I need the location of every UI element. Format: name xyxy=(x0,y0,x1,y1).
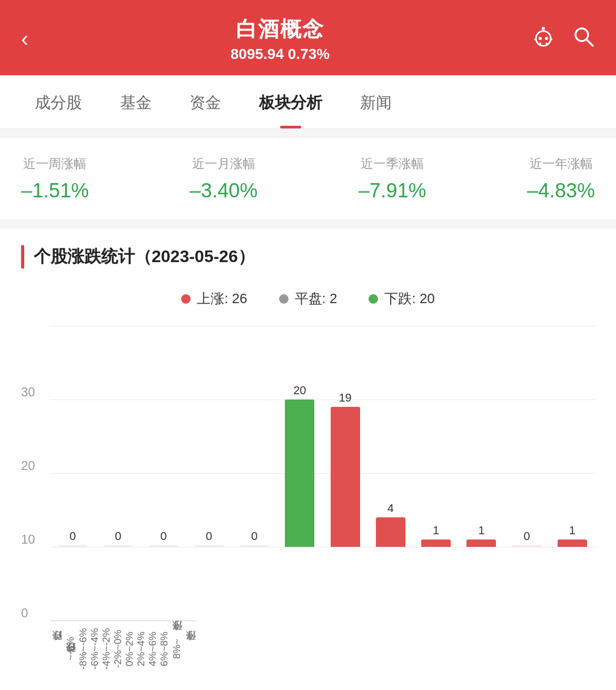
search-icon[interactable] xyxy=(572,25,595,53)
tab-bankuai[interactable]: 板块分析 xyxy=(240,75,341,128)
x-label-wrap: 4%~6% xyxy=(147,621,158,671)
x-label-wrap: 2%~4% xyxy=(135,621,147,671)
bar xyxy=(558,539,587,547)
svg-point-1 xyxy=(539,37,542,40)
bar-group: 1 xyxy=(459,326,504,547)
tab-xinwen[interactable]: 新闻 xyxy=(341,75,411,128)
bar xyxy=(149,545,178,547)
x-axis-label: -6%~-4% xyxy=(89,626,101,671)
section-title: 个股涨跌统计（2023-05-26） xyxy=(21,245,595,268)
bar xyxy=(194,545,224,547)
bar xyxy=(421,539,451,547)
bar xyxy=(512,545,542,547)
perf-year: 近一年涨幅 –4.83% xyxy=(527,155,595,202)
x-label-wrap: -6%~-4% xyxy=(89,621,101,671)
svg-line-10 xyxy=(587,39,593,46)
x-label-wrap: 跌停 xyxy=(50,621,64,671)
perf-month-value: –3.40% xyxy=(190,179,257,202)
perf-quarter: 近一季涨幅 –7.91% xyxy=(359,155,426,202)
x-axis-label: -8%~-6% xyxy=(77,626,89,671)
bar-group: 0 xyxy=(95,326,141,547)
bar xyxy=(285,399,314,547)
bar-group: 1 xyxy=(413,326,459,547)
robot-icon[interactable] xyxy=(532,25,555,53)
bar xyxy=(466,539,496,547)
perf-quarter-label: 近一季涨幅 xyxy=(359,155,426,172)
x-axis-label: 4%~6% xyxy=(147,626,158,671)
bar-value-label: 1 xyxy=(569,524,575,537)
x-axis-label: 2%~4% xyxy=(135,626,147,671)
grid-line xyxy=(50,547,595,547)
x-axis-label: 涨停 xyxy=(184,626,197,671)
bar-group: 1 xyxy=(550,326,595,547)
x-axis-label: 跌停 xyxy=(50,626,64,671)
x-axis-label: 跌停~-8% xyxy=(64,626,77,671)
header-center: 白酒概念 8095.94 0.73% xyxy=(231,15,330,63)
perf-quarter-value: –7.91% xyxy=(359,179,426,202)
bar-value-label: 1 xyxy=(478,524,484,537)
tabs-bar: 成分股 基金 资金 板块分析 新闻 xyxy=(0,75,616,129)
tab-chenfen[interactable]: 成分股 xyxy=(16,75,101,128)
header: ‹ 白酒概念 8095.94 0.73% xyxy=(0,0,616,75)
bar-group: 19 xyxy=(323,326,368,547)
page-title: 白酒概念 xyxy=(231,15,330,44)
bars-container: 00000201941101 xyxy=(50,326,595,547)
perf-month: 近一月涨幅 –3.40% xyxy=(190,155,257,202)
svg-point-2 xyxy=(545,37,548,40)
chart-legend: 上涨: 26 平盘: 2 下跌: 20 xyxy=(0,279,616,321)
bar-value-label: 0 xyxy=(69,529,76,543)
bar xyxy=(376,517,405,547)
section-title-wrap: 个股涨跌统计（2023-05-26） xyxy=(0,228,616,279)
legend-flat: 平盘: 2 xyxy=(279,289,337,308)
legend-dot-flat xyxy=(279,294,289,304)
bar-value-label: 20 xyxy=(293,384,306,397)
x-axis-label: -4%~-2% xyxy=(101,626,112,671)
bar-value-label: 0 xyxy=(161,529,167,543)
svg-point-4 xyxy=(542,27,545,30)
tab-jijin[interactable]: 基金 xyxy=(101,75,171,128)
bar-group: 20 xyxy=(277,326,322,547)
legend-up: 上涨: 26 xyxy=(181,289,247,308)
x-label-wrap: 跌停~-8% xyxy=(64,621,77,671)
y-axis-label: 20 xyxy=(21,399,50,473)
y-axis: 0102030 xyxy=(21,326,50,621)
y-axis-label: 0 xyxy=(21,547,50,621)
bar-value-label: 19 xyxy=(339,391,351,405)
x-axis-label: 0%~2% xyxy=(124,626,135,671)
back-button[interactable]: ‹ xyxy=(21,26,28,52)
x-label-wrap: 8%~涨停 xyxy=(170,621,184,671)
y-axis-label: 10 xyxy=(21,473,50,547)
header-icons xyxy=(532,25,595,53)
bar xyxy=(331,407,360,547)
x-axis-label: -2%~0% xyxy=(112,626,124,671)
bar-group: 0 xyxy=(232,326,277,547)
svg-point-0 xyxy=(536,31,551,46)
bar-group: 0 xyxy=(504,326,550,547)
bar-value-label: 1 xyxy=(433,524,439,537)
bar-value-label: 0 xyxy=(206,529,212,543)
x-label-wrap: 涨停 xyxy=(184,621,197,671)
legend-dot-down xyxy=(369,294,378,304)
bar-value-label: 0 xyxy=(251,529,257,543)
y-axis-label: 30 xyxy=(21,326,50,399)
x-label-wrap: -4%~-2% xyxy=(101,621,112,671)
bar xyxy=(103,545,133,547)
perf-week: 近一周涨幅 –1.51% xyxy=(21,155,89,202)
bar-group: 4 xyxy=(368,326,413,547)
x-axis-label: 6%~8% xyxy=(158,626,170,671)
bar-group: 0 xyxy=(186,326,232,547)
header-subtitle: 8095.94 0.73% xyxy=(231,46,330,63)
x-label-wrap: 6%~8% xyxy=(158,621,170,671)
x-label-wrap: 0%~2% xyxy=(124,621,135,671)
perf-week-label: 近一周涨幅 xyxy=(21,155,89,172)
legend-flat-label: 平盘: 2 xyxy=(295,289,337,308)
perf-month-label: 近一月涨幅 xyxy=(190,155,257,172)
bar-group: 0 xyxy=(141,326,186,547)
perf-year-label: 近一年涨幅 xyxy=(527,155,595,172)
bar-value-label: 4 xyxy=(388,502,394,515)
x-axis: 跌停跌停~-8%-8%~-6%-6%~-4%-4%~-2%-2%~0%0%~2%… xyxy=(50,621,197,671)
bar-value-label: 0 xyxy=(115,529,121,543)
bar-group: 0 xyxy=(50,326,95,547)
x-label-wrap: -8%~-6% xyxy=(77,621,89,671)
tab-zijin[interactable]: 资金 xyxy=(171,75,240,128)
